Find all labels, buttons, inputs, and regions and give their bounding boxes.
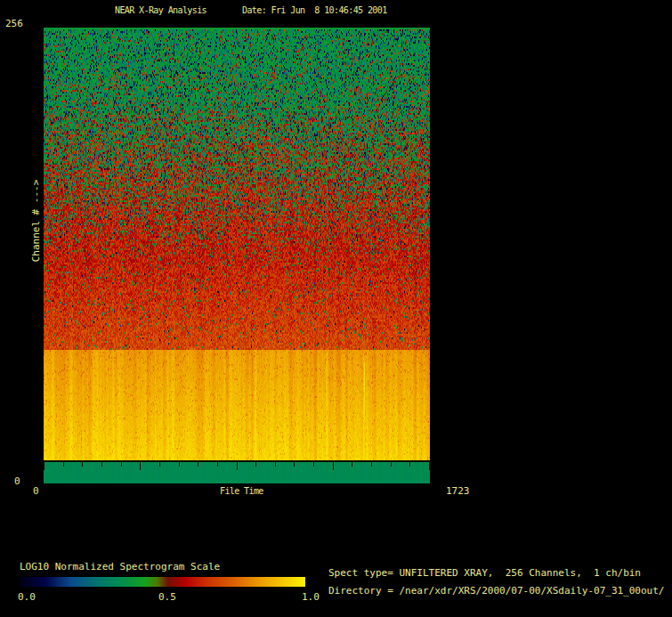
x-axis-max-label: 1723 (446, 486, 470, 496)
date-label: Date: Fri Jun 8 10:46:45 2001 (242, 6, 387, 15)
spectrogram-image (44, 28, 430, 483)
x-axis-min-label: 0 (33, 486, 39, 496)
xray-analysis-window: NEAR X-Ray Analysis Date: Fri Jun 8 10:4… (0, 0, 672, 617)
y-axis-title: Channel # ---> (31, 180, 41, 263)
directory-line: Directory = /near/xdr/XRS/2000/07-00/XSd… (328, 586, 665, 596)
colorbar-gradient (20, 577, 305, 587)
y-axis-min-label: 0 (14, 476, 20, 486)
colorbar-tick-min: 0.0 (18, 592, 36, 602)
x-axis-title: File Time (220, 487, 263, 496)
spect-type-line: Spect type= UNFILTERED XRAY, 256 Channel… (328, 568, 641, 578)
page-title: NEAR X-Ray Analysis (115, 6, 206, 15)
colorbar-title: LOG10 Normalized Spectrogram Scale (20, 562, 220, 572)
colorbar-tick-mid: 0.5 (158, 592, 176, 602)
colorbar-tick-max: 1.0 (302, 592, 320, 602)
y-axis-max-label: 256 (5, 19, 23, 28)
